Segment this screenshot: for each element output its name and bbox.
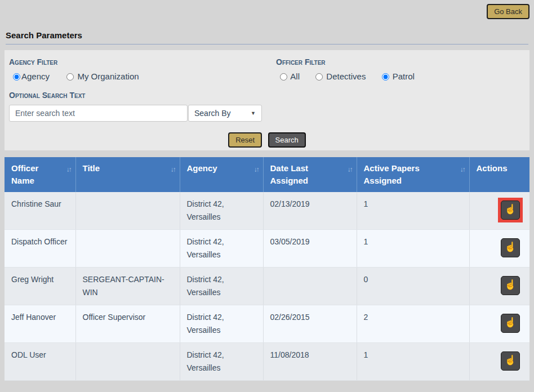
cell-title bbox=[75, 192, 180, 230]
cell-officer-name: Greg Wright bbox=[5, 268, 75, 305]
cell-actions: ☝ bbox=[469, 343, 529, 381]
radio-all-label: All bbox=[290, 72, 300, 81]
hand-pointer-icon: ☝ bbox=[504, 242, 516, 252]
select-officer-button[interactable]: ☝ bbox=[501, 201, 520, 220]
radio-patrol[interactable]: Patrol bbox=[382, 72, 415, 81]
column-header-date-last-assigned[interactable]: Date Last Assigned↓↑ bbox=[263, 157, 357, 192]
radio-agency-input[interactable] bbox=[13, 73, 20, 81]
hand-pointer-icon: ☝ bbox=[504, 317, 516, 328]
radio-patrol-input[interactable] bbox=[382, 73, 389, 81]
cell-active-papers-assigned: 2 bbox=[357, 305, 469, 343]
cell-agency: District 42, Versailles bbox=[180, 268, 263, 305]
select-officer-button[interactable]: ☝ bbox=[501, 314, 520, 333]
sort-icon[interactable]: ↓↑ bbox=[254, 163, 259, 176]
radio-all[interactable]: All bbox=[280, 72, 300, 81]
column-header-label: Actions bbox=[477, 163, 508, 173]
cell-actions: ☝ bbox=[469, 230, 529, 268]
table-body: Christine Saur District 42, Versailles 0… bbox=[5, 192, 529, 381]
radio-my-organization-input[interactable] bbox=[66, 73, 74, 81]
cell-title bbox=[75, 230, 180, 268]
search-by-dropdown[interactable]: Search By ▼ bbox=[188, 105, 262, 122]
search-button[interactable]: Search bbox=[268, 132, 306, 148]
radio-my-organization[interactable]: My Organization bbox=[66, 72, 139, 81]
cell-officer-name: ODL User bbox=[5, 343, 75, 381]
radio-agency-label: Agency bbox=[21, 72, 50, 81]
sort-icon[interactable]: ↓↑ bbox=[460, 163, 465, 176]
cell-date-last-assigned: 02/26/2015 bbox=[263, 305, 357, 343]
cell-title bbox=[75, 343, 180, 381]
officer-filter-label: Officer Filter bbox=[276, 57, 524, 66]
go-back-button-top[interactable]: Go Back bbox=[487, 4, 529, 19]
cell-title: Officer Supervisor bbox=[75, 305, 180, 343]
radio-agency[interactable]: Agency bbox=[13, 72, 50, 81]
column-header-agency[interactable]: Agency↓↑ bbox=[180, 157, 263, 192]
radio-my-organization-label: My Organization bbox=[77, 72, 139, 81]
heading-divider bbox=[6, 44, 528, 44]
cell-title: SERGEANT-CAPTAIN-WIN bbox=[75, 268, 180, 305]
column-header-label: Officer Name bbox=[11, 163, 38, 185]
table-row: Christine Saur District 42, Versailles 0… bbox=[5, 192, 529, 230]
radio-patrol-label: Patrol bbox=[393, 72, 415, 81]
sort-icon[interactable]: ↓↑ bbox=[66, 163, 71, 176]
sort-icon[interactable]: ↓↑ bbox=[348, 163, 352, 176]
cell-date-last-assigned: 03/05/2019 bbox=[263, 230, 357, 268]
cell-actions: ☝ bbox=[469, 305, 529, 343]
search-row: Search By ▼ bbox=[9, 105, 525, 122]
table-row: ODL User District 42, Versailles 11/08/2… bbox=[5, 343, 529, 381]
chevron-down-icon: ▼ bbox=[251, 110, 256, 116]
cell-active-papers-assigned: 1 bbox=[357, 192, 469, 230]
cell-agency: District 42, Versailles bbox=[180, 305, 263, 343]
hand-pointer-icon: ☝ bbox=[504, 204, 516, 215]
cell-actions: ☝ bbox=[469, 192, 529, 230]
cell-officer-name: Dispatch Officer bbox=[5, 230, 75, 268]
radio-detectives-label: Detectives bbox=[326, 72, 366, 81]
cell-active-papers-assigned: 1 bbox=[357, 230, 469, 268]
radio-detectives-input[interactable] bbox=[315, 73, 323, 81]
optional-search-text-label: Optional Search Text bbox=[9, 91, 525, 100]
column-header-label: Date Last Assigned bbox=[270, 163, 309, 185]
search-parameters-panel: Agency Filter Agency My Organization Off… bbox=[5, 50, 529, 150]
cell-officer-name: Christine Saur bbox=[5, 192, 75, 230]
top-bar: Go Back bbox=[0, 0, 534, 23]
cell-agency: District 42, Versailles bbox=[180, 343, 263, 381]
page-title: Search Parameters bbox=[6, 30, 528, 40]
column-header-actions: Actions bbox=[469, 157, 529, 192]
column-header-title[interactable]: Title↓↑ bbox=[75, 157, 180, 192]
table-row: Greg Wright SERGEANT-CAPTAIN-WIN Distric… bbox=[5, 268, 529, 305]
column-header-officer-name[interactable]: Officer Name↓↑ bbox=[5, 157, 75, 192]
column-header-label: Title bbox=[83, 163, 100, 173]
table-row: Dispatch Officer District 42, Versailles… bbox=[5, 230, 529, 268]
cell-date-last-assigned bbox=[263, 268, 357, 305]
search-input[interactable] bbox=[9, 105, 188, 122]
cell-active-papers-assigned: 0 bbox=[357, 268, 469, 305]
action-highlight: ☝ bbox=[498, 198, 523, 222]
cell-agency: District 42, Versailles bbox=[180, 230, 263, 268]
table-row: Jeff Hanover Officer Supervisor District… bbox=[5, 305, 529, 343]
select-officer-button[interactable]: ☝ bbox=[501, 238, 520, 257]
panel-buttons: Reset Search bbox=[9, 132, 525, 148]
table-header-row: Officer Name↓↑ Title↓↑ Agency↓↑ Date Las… bbox=[5, 157, 529, 192]
cell-actions: ☝ bbox=[469, 268, 529, 305]
radio-detectives[interactable]: Detectives bbox=[315, 72, 366, 81]
hand-pointer-icon: ☝ bbox=[504, 279, 516, 290]
officer-filter-section: Officer Filter All Detectives Patrol bbox=[276, 57, 524, 81]
cell-active-papers-assigned: 1 bbox=[357, 343, 469, 381]
column-header-active-papers-assigned[interactable]: Active Papers Assigned↓↑ bbox=[357, 157, 469, 192]
column-header-label: Active Papers Assigned bbox=[364, 163, 420, 185]
hand-pointer-icon: ☝ bbox=[504, 355, 516, 366]
officers-table: Officer Name↓↑ Title↓↑ Agency↓↑ Date Las… bbox=[5, 157, 529, 381]
cell-agency: District 42, Versailles bbox=[180, 192, 263, 230]
cell-date-last-assigned: 02/13/2019 bbox=[263, 192, 357, 230]
reset-button[interactable]: Reset bbox=[228, 132, 262, 148]
officer-filter-options: All Detectives Patrol bbox=[276, 72, 524, 81]
select-officer-button[interactable]: ☝ bbox=[501, 276, 520, 295]
sort-icon[interactable]: ↓↑ bbox=[171, 163, 175, 176]
select-officer-button[interactable]: ☝ bbox=[501, 351, 520, 371]
radio-all-input[interactable] bbox=[280, 73, 287, 81]
cell-date-last-assigned: 11/08/2018 bbox=[263, 343, 357, 381]
search-by-selected-value: Search By bbox=[194, 109, 231, 118]
cell-officer-name: Jeff Hanover bbox=[5, 305, 75, 343]
column-header-label: Agency bbox=[187, 163, 217, 173]
table-header: Officer Name↓↑ Title↓↑ Agency↓↑ Date Las… bbox=[5, 157, 529, 192]
